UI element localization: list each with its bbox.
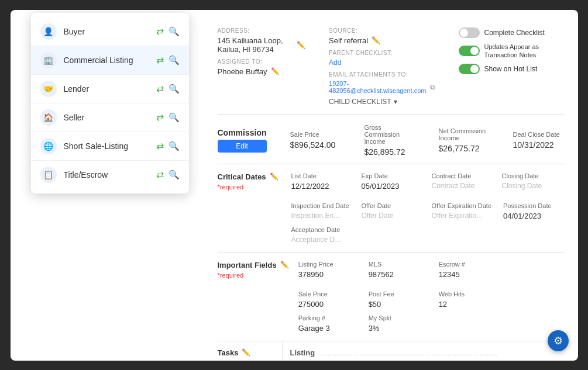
- transfer-icon-5[interactable]: ⇄: [156, 140, 164, 151]
- transfer-icon-3[interactable]: ⇄: [156, 83, 164, 94]
- dropdown-item-title[interactable]: 📋 Title/Escrow ⇄ 🔍: [31, 161, 189, 189]
- transfer-icon-2[interactable]: ⇄: [156, 54, 164, 65]
- closing-date-field[interactable]: Closing Date Closing Date: [502, 172, 561, 191]
- acceptance-date-label: Acceptance Date: [291, 226, 350, 233]
- sale-price-imp-value: 275000: [298, 300, 357, 309]
- title-label: Title/Escrow: [64, 170, 156, 179]
- dropdown-item-seller[interactable]: 🏠 Seller ⇄ 🔍: [31, 103, 189, 132]
- gross-commission-field: Gross Commission Income $26,895.72: [365, 124, 415, 157]
- transfer-icon-4[interactable]: ⇄: [156, 112, 164, 123]
- offer-expiration-field[interactable]: Offer Expiration Date Offer Expiratio...: [432, 202, 492, 220]
- right-controls: Complete Checklist Updates Appear as Tra…: [459, 27, 564, 106]
- inspection-end-label: Inspection End Date: [291, 202, 350, 209]
- assigned-text: Phoebe Buffay: [218, 67, 267, 76]
- parent-checklist-link[interactable]: Add: [329, 58, 341, 67]
- seller-actions: ⇄ 🔍: [156, 112, 180, 123]
- child-checklist[interactable]: CHILD CHECKLIST ▾: [329, 98, 435, 106]
- mls-field: MLS 987562: [369, 261, 427, 279]
- gross-commission-label: Gross Commission Income: [365, 124, 415, 145]
- source-block: SOURCE: Self referral ✏️ PARENT CHECKLIS…: [329, 27, 435, 106]
- source-edit-icon[interactable]: ✏️: [372, 36, 380, 44]
- possession-date-field: Possession Date 04/01/2023: [503, 202, 562, 220]
- deal-close-date-value: 10/31/2022: [513, 140, 564, 150]
- dotted-line: ........................................…: [317, 350, 498, 357]
- post-fee-value: $50: [369, 300, 427, 309]
- commission-edit-button[interactable]: Edit: [218, 140, 267, 153]
- search-icon[interactable]: 🔍: [169, 26, 180, 37]
- email-value: 19207-482056@checklist.wiseagent.com ⧉: [329, 80, 435, 94]
- transfer-icon[interactable]: ⇄: [156, 26, 164, 37]
- updates-toggle[interactable]: [459, 46, 480, 56]
- important-fields-layout: Important Fields ✏️ *required Listing Pr…: [218, 261, 564, 333]
- critical-dates-header: Critical Dates ✏️ *required: [218, 172, 282, 244]
- important-fields-content: Listing Price 378950 MLS 987562 Escrow #…: [298, 261, 564, 333]
- toggle-knob-2: [470, 47, 479, 55]
- chevron-down-icon: ▾: [394, 98, 397, 106]
- complete-checklist-toggle[interactable]: [459, 27, 480, 38]
- net-commission-field: Net Commission Income $26,775.72: [439, 127, 490, 153]
- email-link[interactable]: 19207-482056@checklist.wiseagent.com: [329, 80, 426, 94]
- contract-date-field[interactable]: Contract Date Contract Date: [432, 172, 490, 191]
- task-list: Listing ................................…: [282, 341, 564, 361]
- important-fields-header: Important Fields ✏️ *required: [218, 261, 289, 333]
- mls-value: 987562: [369, 270, 427, 279]
- important-fields-edit-icon[interactable]: ✏️: [280, 261, 289, 269]
- mls-label: MLS: [369, 261, 427, 268]
- short-sale-label: Short Sale-Listing: [64, 141, 156, 151]
- escrow-label: Escrow #: [439, 261, 497, 268]
- address-edit-icon[interactable]: ✏️: [297, 41, 305, 49]
- search-icon-3[interactable]: 🔍: [169, 84, 180, 94]
- assigned-edit-icon[interactable]: ✏️: [271, 67, 280, 75]
- copy-icon[interactable]: ⧉: [430, 83, 435, 91]
- commission-section: Commission Edit Sale Price $896,524.00 G…: [218, 115, 564, 164]
- acceptance-date-placeholder: Acceptance D...: [291, 236, 350, 244]
- post-fee-label: Post Fee: [369, 291, 427, 298]
- dropdown-item-short-sale[interactable]: 🌐 Short Sale-Listing ⇄ 🔍: [31, 132, 189, 161]
- search-icon-2[interactable]: 🔍: [169, 55, 180, 65]
- fields-grid-row2: Parking # Garage 3 My Split 3%: [298, 314, 564, 333]
- complete-checklist-toggle-row: Complete Checklist: [459, 27, 564, 38]
- lender-label: Lender: [64, 84, 156, 94]
- dates-grid-row1: List Date 12/12/2022 Exp Date 05/01/2023…: [291, 172, 564, 220]
- dropdown-item-lender[interactable]: 🤝 Lender ⇄ 🔍: [31, 75, 189, 103]
- contract-date-label: Contract Date: [432, 172, 490, 179]
- critical-dates-title: Critical Dates: [218, 172, 266, 181]
- inspection-end-date-field[interactable]: Inspection End Date Inspection En...: [291, 202, 350, 220]
- closing-date-placeholder: Closing Date: [502, 182, 561, 190]
- escrow-value: 12345: [439, 270, 497, 279]
- my-split-value: 3%: [369, 324, 427, 333]
- search-icon-4[interactable]: 🔍: [169, 112, 180, 123]
- parent-checklist-value: Add: [329, 58, 435, 67]
- acceptance-date-field[interactable]: Acceptance Date Acceptance D...: [291, 226, 350, 244]
- search-icon-6[interactable]: 🔍: [169, 170, 180, 180]
- parking-label: Parking #: [298, 314, 357, 321]
- lender-icon: 🤝: [40, 81, 57, 97]
- dropdown-item-buyer[interactable]: 👤 Buyer ⇄ 🔍: [31, 18, 189, 46]
- updates-toggle-row: Updates Appear as Transaction Notes: [459, 43, 564, 60]
- possession-date-label: Possession Date: [503, 202, 562, 209]
- escrow-field: Escrow # 12345: [439, 261, 497, 279]
- fields-grid-row1: Listing Price 378950 MLS 987562 Escrow #…: [298, 261, 564, 309]
- critical-dates-edit-icon[interactable]: ✏️: [270, 172, 278, 181]
- offer-date-field[interactable]: Offer Date Offer Date: [362, 202, 420, 220]
- hot-list-toggle[interactable]: [459, 64, 480, 74]
- transfer-icon-6[interactable]: ⇄: [156, 169, 164, 180]
- listing-price-field: Listing Price 378950: [298, 261, 357, 279]
- dropdown-item-commercial[interactable]: 🏢 Commercial Listing ⇄ 🔍: [31, 46, 189, 75]
- address-value: 145 Kailuana Loop, Kailua, HI 96734 ✏️: [218, 36, 306, 54]
- listing-price-label: Listing Price: [298, 261, 357, 268]
- search-icon-5[interactable]: 🔍: [169, 141, 180, 151]
- web-hits-field: Web Hits 12: [439, 291, 497, 309]
- commission-title: Commission: [218, 128, 267, 137]
- tasks-label: Tasks: [218, 348, 239, 357]
- sale-price-imp-label: Sale Price: [298, 291, 357, 298]
- tasks-section: Tasks ✏️ 29% Completed Add Note: Tasks a…: [218, 341, 564, 361]
- complete-checklist-label: Complete Checklist: [484, 29, 545, 37]
- net-commission-label: Net Commission Income: [439, 127, 490, 141]
- parking-field: Parking # Garage 3: [298, 314, 357, 333]
- content-panel: ADDRESS: 145 Kailuana Loop, Kailua, HI 9…: [204, 10, 578, 361]
- offer-date-label: Offer Date: [362, 202, 420, 209]
- gear-fab-button[interactable]: ⚙: [548, 330, 569, 351]
- toggle-knob-3: [470, 65, 479, 73]
- tasks-edit-icon[interactable]: ✏️: [242, 348, 250, 357]
